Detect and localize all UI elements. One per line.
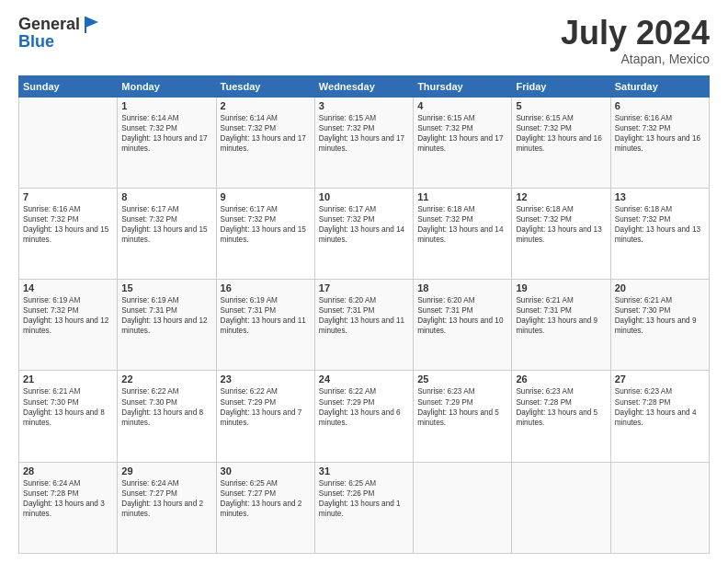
sunrise: Sunrise: 6:15 AM <box>319 114 376 122</box>
sunrise: Sunrise: 6:25 AM <box>221 479 278 488</box>
sunrise: Sunrise: 6:15 AM <box>417 114 474 122</box>
sunset: Sunset: 7:32 PM <box>23 306 79 315</box>
table-row: 23 Sunrise: 6:22 AM Sunset: 7:29 PM Dayl… <box>216 371 314 462</box>
day-number: 27 <box>615 373 705 385</box>
table-row: 8 Sunrise: 6:17 AM Sunset: 7:32 PM Dayli… <box>118 188 216 279</box>
week-row-4: 21 Sunrise: 6:21 AM Sunset: 7:30 PM Dayl… <box>19 371 710 462</box>
day-info: Sunrise: 6:22 AM Sunset: 7:30 PM Dayligh… <box>121 386 211 427</box>
daylight: Daylight: 13 hours and 8 minutes. <box>121 408 203 427</box>
table-row: 19 Sunrise: 6:21 AM Sunset: 7:31 PM Dayl… <box>512 280 610 371</box>
sunset: Sunset: 7:28 PM <box>516 398 572 407</box>
table-row <box>610 462 709 553</box>
day-number: 2 <box>221 100 311 111</box>
page: General Blue July 2024 Atapan, Mexico Su… <box>0 0 728 563</box>
sunset: Sunset: 7:26 PM <box>319 489 375 498</box>
daylight: Daylight: 13 hours and 4 minutes. <box>615 408 697 427</box>
location: Atapan, Mexico <box>561 52 710 66</box>
sunrise: Sunrise: 6:20 AM <box>319 296 376 304</box>
week-row-1: 1 Sunrise: 6:14 AM Sunset: 7:32 PM Dayli… <box>19 97 710 188</box>
sunset: Sunset: 7:31 PM <box>417 306 473 315</box>
day-info: Sunrise: 6:19 AM Sunset: 7:32 PM Dayligh… <box>23 295 113 336</box>
day-number: 20 <box>615 282 705 293</box>
sunset: Sunset: 7:27 PM <box>121 489 177 498</box>
day-number: 21 <box>23 373 113 385</box>
daylight: Daylight: 13 hours and 5 minutes. <box>516 408 597 427</box>
table-row <box>414 462 512 553</box>
table-row: 6 Sunrise: 6:16 AM Sunset: 7:32 PM Dayli… <box>610 97 709 188</box>
title-block: July 2024 Atapan, Mexico <box>561 15 710 66</box>
day-number: 14 <box>23 282 113 293</box>
day-number: 9 <box>221 191 311 202</box>
table-row: 13 Sunrise: 6:18 AM Sunset: 7:32 PM Dayl… <box>610 188 709 279</box>
table-row: 3 Sunrise: 6:15 AM Sunset: 7:32 PM Dayli… <box>314 97 413 188</box>
day-number: 7 <box>23 191 113 202</box>
daylight: Daylight: 13 hours and 15 minutes. <box>221 225 306 244</box>
sunset: Sunset: 7:28 PM <box>23 489 79 498</box>
month-year: July 2024 <box>561 15 710 52</box>
sunset: Sunset: 7:31 PM <box>221 306 277 315</box>
day-number: 11 <box>417 191 507 202</box>
day-info: Sunrise: 6:22 AM Sunset: 7:29 PM Dayligh… <box>319 386 409 427</box>
day-number: 8 <box>121 191 211 202</box>
week-row-2: 7 Sunrise: 6:16 AM Sunset: 7:32 PM Dayli… <box>19 188 710 279</box>
sunrise: Sunrise: 6:15 AM <box>516 114 573 122</box>
day-info: Sunrise: 6:18 AM Sunset: 7:32 PM Dayligh… <box>516 204 606 245</box>
day-number: 19 <box>516 282 606 293</box>
sunrise: Sunrise: 6:17 AM <box>319 205 376 213</box>
day-number: 12 <box>516 191 606 202</box>
sunrise: Sunrise: 6:14 AM <box>121 114 178 122</box>
sunset: Sunset: 7:32 PM <box>23 215 79 224</box>
day-number: 3 <box>319 100 409 111</box>
daylight: Daylight: 13 hours and 14 minutes. <box>319 225 404 244</box>
svg-marker-0 <box>85 17 98 28</box>
table-row: 2 Sunrise: 6:14 AM Sunset: 7:32 PM Dayli… <box>216 97 314 188</box>
daylight: Daylight: 13 hours and 9 minutes. <box>615 316 697 335</box>
header: General Blue July 2024 Atapan, Mexico <box>18 15 710 66</box>
table-row: 17 Sunrise: 6:20 AM Sunset: 7:31 PM Dayl… <box>314 280 413 371</box>
sunrise: Sunrise: 6:20 AM <box>417 296 474 304</box>
table-row: 11 Sunrise: 6:18 AM Sunset: 7:32 PM Dayl… <box>414 188 512 279</box>
day-number: 1 <box>121 100 211 111</box>
table-row <box>512 462 610 553</box>
daylight: Daylight: 13 hours and 13 minutes. <box>615 225 700 244</box>
table-row: 22 Sunrise: 6:22 AM Sunset: 7:30 PM Dayl… <box>118 371 216 462</box>
day-number: 23 <box>221 373 311 385</box>
daylight: Daylight: 13 hours and 6 minutes. <box>319 408 401 427</box>
sunset: Sunset: 7:32 PM <box>417 124 473 132</box>
daylight: Daylight: 13 hours and 15 minutes. <box>23 225 108 244</box>
daylight: Daylight: 13 hours and 17 minutes. <box>221 134 306 153</box>
day-info: Sunrise: 6:21 AM Sunset: 7:30 PM Dayligh… <box>615 295 705 336</box>
daylight: Daylight: 13 hours and 14 minutes. <box>417 225 503 244</box>
day-info: Sunrise: 6:15 AM Sunset: 7:32 PM Dayligh… <box>516 113 606 154</box>
day-info: Sunrise: 6:16 AM Sunset: 7:32 PM Dayligh… <box>23 204 113 245</box>
day-info: Sunrise: 6:21 AM Sunset: 7:31 PM Dayligh… <box>516 295 606 336</box>
table-row: 7 Sunrise: 6:16 AM Sunset: 7:32 PM Dayli… <box>19 188 118 279</box>
sunrise: Sunrise: 6:19 AM <box>221 296 278 304</box>
daylight: Daylight: 13 hours and 17 minutes. <box>319 134 404 153</box>
sunrise: Sunrise: 6:24 AM <box>23 479 80 488</box>
day-number: 31 <box>319 465 409 477</box>
day-info: Sunrise: 6:14 AM Sunset: 7:32 PM Dayligh… <box>221 113 311 154</box>
day-info: Sunrise: 6:19 AM Sunset: 7:31 PM Dayligh… <box>221 295 311 336</box>
table-row: 10 Sunrise: 6:17 AM Sunset: 7:32 PM Dayl… <box>314 188 413 279</box>
day-info: Sunrise: 6:18 AM Sunset: 7:32 PM Dayligh… <box>417 204 507 245</box>
day-info: Sunrise: 6:22 AM Sunset: 7:29 PM Dayligh… <box>221 386 311 427</box>
sunrise: Sunrise: 6:18 AM <box>615 205 672 213</box>
sunset: Sunset: 7:32 PM <box>221 215 277 224</box>
sunrise: Sunrise: 6:24 AM <box>121 479 178 488</box>
daylight: Daylight: 13 hours and 15 minutes. <box>121 225 207 244</box>
day-info: Sunrise: 6:25 AM Sunset: 7:26 PM Dayligh… <box>319 478 409 519</box>
table-row: 20 Sunrise: 6:21 AM Sunset: 7:30 PM Dayl… <box>610 280 709 371</box>
sunrise: Sunrise: 6:16 AM <box>23 205 80 213</box>
day-info: Sunrise: 6:16 AM Sunset: 7:32 PM Dayligh… <box>615 113 705 154</box>
daylight: Daylight: 13 hours and 12 minutes. <box>23 316 108 335</box>
logo-general: General <box>18 16 80 34</box>
logo: General Blue <box>18 15 102 52</box>
day-info: Sunrise: 6:24 AM Sunset: 7:28 PM Dayligh… <box>23 478 113 519</box>
sunset: Sunset: 7:32 PM <box>221 124 277 132</box>
day-number: 24 <box>319 373 409 385</box>
sunrise: Sunrise: 6:19 AM <box>121 296 178 304</box>
daylight: Daylight: 13 hours and 5 minutes. <box>417 408 499 427</box>
col-sunday: Sunday <box>19 75 118 97</box>
table-row: 21 Sunrise: 6:21 AM Sunset: 7:30 PM Dayl… <box>19 371 118 462</box>
